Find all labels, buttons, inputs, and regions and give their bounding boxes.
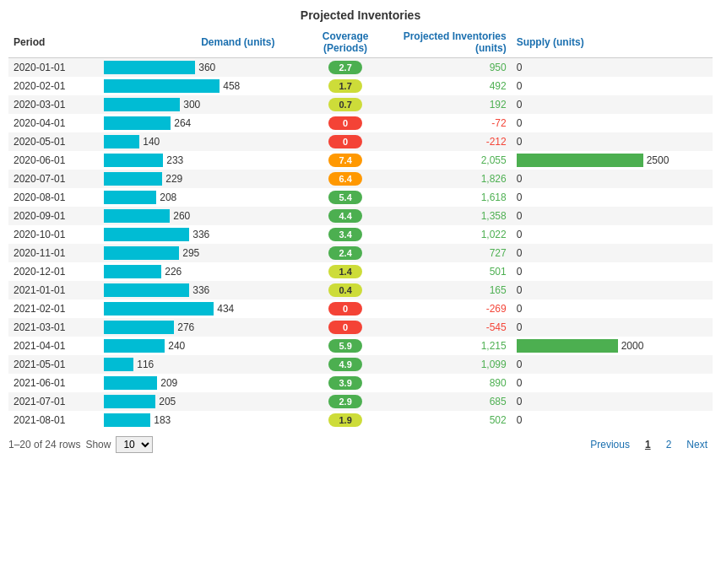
coverage-cell: 3.4 [301,225,391,244]
coverage-cell: 1.4 [301,262,391,281]
table-row: 2020-09-012604.41,3580 [8,207,713,225]
demand-bar [104,395,155,408]
demand-bar [104,246,179,260]
supply-value: 0 [517,247,523,259]
projinv-cell: 2,055 [391,151,512,170]
demand-bar [104,79,220,93]
demand-value: 205 [159,396,176,407]
projinv-cell: 501 [391,262,512,281]
period-cell: 2020-10-01 [8,225,99,244]
footer-right: Previous 1 2 Next [585,437,713,452]
demand-bar [104,376,157,390]
supply-value: 0 [517,62,523,73]
demand-cell: 226 [99,262,300,281]
footer-left: 1–20 of 24 rows Show 102050 [8,436,153,453]
coverage-badge: 0.7 [328,98,362,111]
demand-value: 260 [173,210,190,222]
coverage-cell: 3.9 [301,374,391,392]
table-row: 2021-01-013360.41650 [8,281,713,299]
demand-value: 264 [174,117,191,129]
demand-bar [104,154,163,167]
table-row: 2021-07-012052.96850 [8,392,713,411]
demand-bar [104,116,171,130]
period-cell: 2020-11-01 [8,244,99,262]
demand-bar [104,321,174,334]
projinv-value: -269 [486,303,507,315]
demand-bar [104,98,180,111]
table-body: 2020-01-013602.795002020-02-014581.74920… [8,58,713,430]
demand-value: 276 [177,321,194,333]
period-cell: 2021-08-01 [8,411,99,429]
next-button[interactable]: Next [681,437,713,452]
period-cell: 2021-02-01 [8,299,99,318]
table-row: 2021-08-011831.95020 [8,411,713,429]
demand-bar [104,339,165,353]
demand-value: 295 [182,247,199,259]
supply-cell: 0 [512,77,713,95]
show-label: Show [85,439,111,450]
supply-cell: 0 [512,281,713,299]
col-header-coverage: Coverage (Periods) [301,27,391,58]
col-header-projinv: Projected Inventories (units) [391,27,512,58]
projinv-cell: 1,099 [391,355,512,374]
coverage-cell: 0 [301,114,391,132]
supply-value: 0 [517,377,523,389]
coverage-cell: 2.9 [301,392,391,411]
projinv-cell: -545 [391,318,512,337]
demand-value: 360 [198,62,215,73]
supply-value: 2500 [647,154,670,166]
supply-value: 0 [517,136,523,148]
period-cell: 2020-05-01 [8,132,99,151]
demand-bar [104,191,156,204]
projinv-value: 1,215 [481,340,507,352]
demand-cell: 276 [99,318,300,337]
projinv-value: 727 [490,247,507,259]
projinv-cell: 1,358 [391,207,512,225]
coverage-cell: 4.9 [301,355,391,374]
coverage-badge: 2.7 [328,61,362,74]
page-1[interactable]: 1 [640,437,656,452]
demand-cell: 140 [99,132,300,151]
coverage-cell: 7.4 [301,151,391,170]
supply-cell: 0 [512,244,713,262]
period-cell: 2021-07-01 [8,392,99,411]
coverage-cell: 0.7 [301,95,391,114]
supply-value: 0 [517,80,523,92]
data-table: Period Demand (units) Coverage (Periods)… [8,27,713,429]
demand-value: 140 [143,136,160,148]
coverage-cell: 0 [301,299,391,318]
projinv-value: -72 [491,117,506,129]
table-row: 2021-04-012405.91,2152000 [8,337,713,355]
prev-button[interactable]: Previous [585,437,635,452]
projinv-cell: -269 [391,299,512,318]
coverage-badge: 3.9 [328,376,362,390]
demand-value: 183 [154,414,171,426]
demand-bar [104,61,195,74]
projinv-value: 890 [490,377,507,389]
supply-cell: 0 [512,374,713,392]
projinv-value: 1,618 [481,192,507,203]
projinv-value: 2,055 [481,154,507,166]
projinv-value: 165 [490,284,507,296]
page-2[interactable]: 2 [661,437,677,452]
period-cell: 2020-06-01 [8,151,99,170]
demand-cell: 295 [99,244,300,262]
demand-bar [104,413,150,427]
supply-cell: 0 [512,95,713,114]
coverage-cell: 0 [301,318,391,337]
demand-cell: 336 [99,225,300,244]
coverage-badge: 4.4 [328,209,362,223]
coverage-badge: 0 [328,302,362,316]
table-row: 2020-03-013000.71920 [8,95,713,114]
supply-value: 0 [517,396,523,407]
coverage-badge: 1.7 [328,79,362,93]
projinv-value: 950 [490,62,507,73]
show-select[interactable]: 102050 [116,436,153,453]
demand-value: 233 [166,154,183,166]
period-cell: 2020-07-01 [8,170,99,188]
coverage-cell: 6.4 [301,170,391,188]
coverage-badge: 0 [328,321,362,334]
demand-bar [104,358,133,371]
supply-value: 0 [517,173,523,185]
demand-bar [104,209,170,223]
